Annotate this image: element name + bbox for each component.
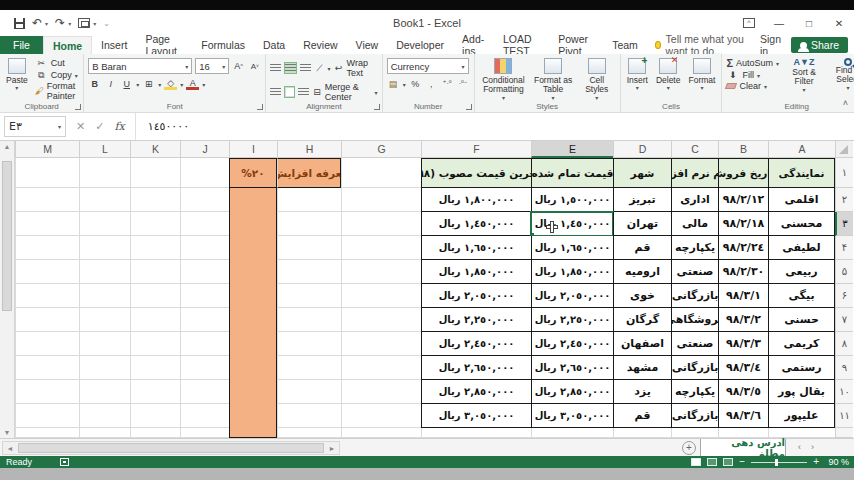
cut-button[interactable]: ✂Cut [35, 57, 80, 69]
cell-J9[interactable] [180, 356, 229, 380]
cell-J6[interactable] [180, 284, 229, 308]
grow-font-icon[interactable]: A^ [232, 60, 245, 72]
cell-C7[interactable]: فروشگاهی [671, 308, 718, 332]
tab-file[interactable]: File [0, 36, 43, 54]
cell-H12[interactable] [277, 428, 341, 438]
undo-dropdown-icon[interactable]: ▾ [45, 20, 48, 27]
column-header-H[interactable]: H [277, 141, 341, 158]
zoom-slider-thumb[interactable] [775, 459, 778, 466]
tab-page-layout[interactable]: Page Layout [136, 36, 192, 54]
cell-B6[interactable]: ٩٨/٣/١ [718, 284, 768, 308]
cell-D10[interactable]: یزد [613, 380, 671, 404]
font-color-icon[interactable]: A [186, 78, 199, 90]
cell-A4[interactable]: لطیفی [768, 236, 835, 260]
cell-F12[interactable] [421, 428, 531, 438]
cell-H6[interactable] [277, 284, 341, 308]
cell-A3[interactable]: محسنی [768, 212, 835, 236]
cell-K3[interactable] [130, 212, 180, 236]
cell-K8[interactable] [130, 332, 180, 356]
scroll-up-icon[interactable]: ▲ [0, 143, 14, 150]
decrease-decimal-icon[interactable]: ·⁰⁻ [457, 78, 470, 90]
name-box[interactable]: E٣▾ [4, 116, 66, 137]
row-header-10[interactable]: ۱۰ [835, 380, 853, 404]
cell-E5[interactable]: ١,٨٥٠,٠٠٠ ریال [531, 260, 613, 284]
cell-A8[interactable]: کریمی [768, 332, 835, 356]
number-dialog-launcher[interactable] [466, 104, 472, 110]
cell-M7[interactable] [15, 308, 79, 332]
select-all-corner[interactable] [835, 141, 853, 158]
cell-M10[interactable] [15, 380, 79, 404]
insert-cells-button[interactable]: Insert▾ [625, 57, 650, 93]
close-button[interactable]: ✕ [824, 10, 854, 36]
cell-H3[interactable] [277, 212, 341, 236]
align-left-icon[interactable] [270, 86, 281, 98]
cell-I6[interactable] [229, 284, 277, 308]
cell-G9[interactable] [341, 356, 421, 380]
cell-L7[interactable] [79, 308, 130, 332]
cell-A9[interactable]: رستمی [768, 356, 835, 380]
cell-L8[interactable] [79, 332, 130, 356]
cell-G2[interactable] [341, 188, 421, 212]
cell-H8[interactable] [277, 332, 341, 356]
tab-view[interactable]: View [347, 36, 388, 54]
cell-G11[interactable] [341, 404, 421, 428]
copy-button[interactable]: ⧉Copy▾ [35, 69, 80, 81]
cell-D7[interactable]: گرگان [613, 308, 671, 332]
add-sheet-icon[interactable]: + [682, 441, 696, 455]
cell-G5[interactable] [341, 260, 421, 284]
cell-C9[interactable]: بازرگانی [671, 356, 718, 380]
scroll-down-icon[interactable]: ▼ [0, 429, 14, 436]
cell-K1[interactable] [130, 158, 180, 188]
cell-F4[interactable]: ١,٦٥٠,٠٠٠ ریال [421, 236, 531, 260]
cell-H10[interactable] [277, 380, 341, 404]
cell-D4[interactable]: قم [613, 236, 671, 260]
cell-E12[interactable] [531, 428, 613, 438]
cell-J11[interactable] [180, 404, 229, 428]
cell-I9[interactable] [229, 356, 277, 380]
page-layout-view-icon[interactable] [707, 458, 717, 466]
cell-G7[interactable] [341, 308, 421, 332]
cell-I12[interactable] [229, 428, 277, 438]
cell-I1[interactable]: ٢٠% [229, 158, 277, 188]
cell-M5[interactable] [15, 260, 79, 284]
cell-I3[interactable] [229, 212, 277, 236]
cell-H1[interactable]: تعرفه افزایش [277, 158, 341, 188]
tab-developer[interactable]: Developer [387, 36, 453, 54]
alignment-dialog-launcher[interactable] [374, 104, 380, 110]
paste-dropdown-icon[interactable]: ▾ [15, 85, 18, 92]
underline-dropdown-icon[interactable]: ▾ [136, 81, 139, 88]
cell-F1[interactable]: آخرین قیمت مصوب (٩٨) [421, 158, 531, 188]
cell-L9[interactable] [79, 356, 130, 380]
row-header-9[interactable]: ۹ [835, 356, 853, 380]
cell-L11[interactable] [79, 404, 130, 428]
undo-icon[interactable]: ↶ [32, 18, 42, 28]
underline-button[interactable]: U [120, 78, 133, 90]
qat-customize-icon[interactable]: ▾ [93, 20, 96, 27]
cell-J12[interactable] [180, 428, 229, 438]
autosum-button[interactable]: ΣAutoSum▾ [726, 57, 779, 69]
cell-L1[interactable] [79, 158, 130, 188]
zoom-in-icon[interactable]: + [813, 458, 819, 466]
cell-G10[interactable] [341, 380, 421, 404]
cell-I4[interactable] [229, 236, 277, 260]
clipboard-dialog-launcher[interactable] [75, 104, 81, 110]
cell-F6[interactable]: ٢,٠٥٠,٠٠٠ ریال [421, 284, 531, 308]
cell-K11[interactable] [130, 404, 180, 428]
cell-D11[interactable]: قم [613, 404, 671, 428]
wrap-text-button[interactable]: ↩Wrap Text [333, 58, 377, 78]
fill-button[interactable]: ⬇Fill▾ [726, 69, 779, 81]
cell-E2[interactable]: ١,٥٠٠,٠٠٠ ریال [531, 188, 613, 212]
cell-B1[interactable]: تاریخ فروش [718, 158, 768, 188]
fill-color-dropdown-icon[interactable]: ▾ [180, 81, 183, 88]
cell-J3[interactable] [180, 212, 229, 236]
shrink-font-icon[interactable]: A˅ [248, 60, 261, 72]
cell-E1[interactable]: قیمت تمام شده [531, 158, 613, 188]
cell-H7[interactable] [277, 308, 341, 332]
macro-record-icon[interactable] [60, 458, 69, 466]
cell-B9[interactable]: ٩٨/٣/٤ [718, 356, 768, 380]
cell-C10[interactable]: یکپارچه [671, 380, 718, 404]
zoom-slider[interactable] [751, 462, 807, 463]
sheet-tab-active[interactable]: ادرس دهی مطلق [700, 439, 786, 457]
italic-button[interactable]: I [104, 78, 117, 90]
cell-G1[interactable] [341, 158, 421, 188]
